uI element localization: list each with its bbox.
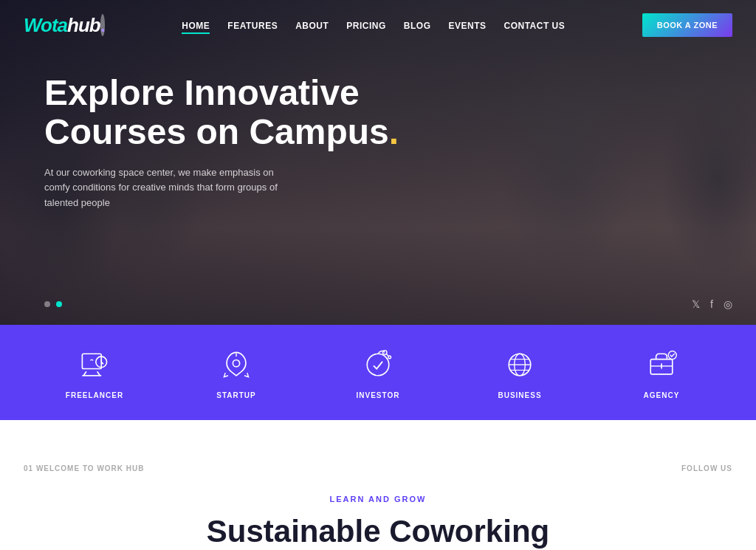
section-tag: LEARN AND GROW (330, 495, 427, 503)
hero-title-dot: . (389, 112, 399, 151)
svg-point-7 (233, 360, 239, 367)
social-links: 𝕏 f ◎ (692, 298, 732, 310)
service-freelancer[interactable]: FREELANCER (24, 346, 165, 399)
startup-icon (217, 346, 255, 384)
freelancer-icon (75, 346, 114, 384)
facebook-link[interactable]: f (710, 298, 713, 310)
freelancer-label: FREELANCER (66, 391, 123, 399)
svg-point-9 (367, 354, 389, 376)
investor-icon (359, 346, 397, 384)
instagram-link[interactable]: ◎ (724, 298, 732, 310)
service-investor[interactable]: INVESTOR (307, 346, 449, 399)
svg-line-2 (97, 371, 100, 376)
agency-label: AGENCY (644, 391, 680, 399)
nav-item-pricing[interactable]: PRICING (346, 18, 386, 32)
business-label: BUSINESS (498, 391, 541, 399)
service-startup[interactable]: STARTUP (165, 346, 307, 399)
book-zone-button[interactable]: BOOK A ZONE (642, 13, 732, 37)
dot-2[interactable] (56, 301, 62, 307)
nav-item-contact[interactable]: CONTACT US (504, 18, 566, 32)
twitter-link[interactable]: 𝕏 (692, 298, 700, 310)
meta-left: 01 WELCOME TO WORK HUB (24, 464, 144, 472)
logo-hub: hub (67, 14, 100, 36)
nav-item-about[interactable]: ABOUT (295, 18, 329, 32)
nav-item-blog[interactable]: BLOG (404, 18, 431, 32)
logo-wota: Wota (24, 14, 67, 36)
hero-content: Explore Innovative Courses on Campus. At… (44, 74, 399, 211)
service-agency[interactable]: AGENCY (591, 346, 732, 399)
meta-right: FOLLOW US (681, 464, 732, 472)
section-meta: 01 WELCOME TO WORK HUB FOLLOW US (24, 464, 732, 472)
service-business[interactable]: BUSINESS (449, 346, 591, 399)
business-icon (501, 346, 539, 384)
hero-dots-indicator (44, 301, 62, 307)
dot-1[interactable] (44, 301, 50, 307)
content-section: 01 WELCOME TO WORK HUB FOLLOW US LEARN A… (0, 420, 756, 550)
navbar: Wotahub. HOME FEATURES ABOUT PRICING BLO… (0, 0, 756, 50)
hero-title: Explore Innovative Courses on Campus. (44, 74, 399, 152)
hero-section: Wotahub. HOME FEATURES ABOUT PRICING BLO… (0, 0, 756, 325)
startup-label: STARTUP (216, 391, 255, 399)
hero-subtitle: At our coworking space center, we make e… (44, 165, 281, 211)
nav-item-home[interactable]: HOME (182, 18, 210, 32)
nav-item-events[interactable]: EVENTS (449, 18, 487, 32)
svg-point-12 (388, 356, 391, 359)
agency-icon (642, 346, 681, 384)
logo-dot: . (100, 14, 105, 36)
svg-line-1 (83, 371, 86, 376)
logo[interactable]: Wotahub. (24, 14, 105, 37)
nav-item-features[interactable]: FEATURES (227, 18, 278, 32)
nav-links: HOME FEATURES ABOUT PRICING BLOG EVENTS … (182, 18, 565, 32)
services-strip: FREELANCER STARTUP INVEST (0, 325, 756, 420)
section-title: Sustainable Coworking in Your Town (207, 514, 549, 550)
investor-label: INVESTOR (357, 391, 400, 399)
